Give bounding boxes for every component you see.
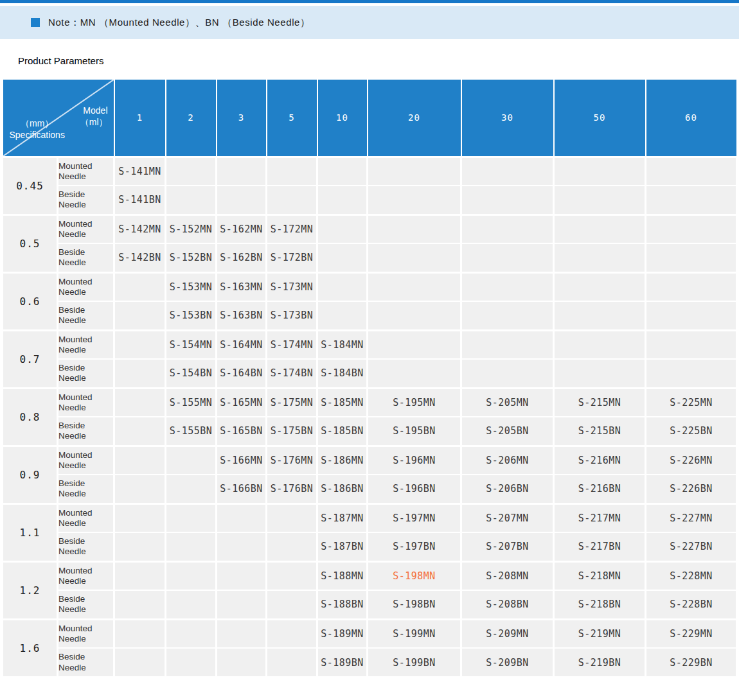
corner-header-cell: Model （ml） （mm） Specifications bbox=[3, 80, 114, 157]
model-cell-S-142MN: S-142MN bbox=[114, 214, 166, 243]
model-cell-S-162BN: S-162BN bbox=[217, 243, 267, 272]
needle-type-beside: Beside Needle bbox=[58, 301, 114, 330]
model-cell-S-154MN: S-154MN bbox=[166, 330, 217, 359]
empty-cell bbox=[461, 272, 554, 301]
model-cell-S-141BN: S-141BN bbox=[114, 186, 166, 214]
model-cell-S-229MN: S-229MN bbox=[646, 619, 737, 648]
empty-cell bbox=[114, 590, 166, 619]
empty-cell bbox=[554, 330, 646, 359]
empty-cell bbox=[114, 359, 166, 388]
model-cell-S-185MN: S-185MN bbox=[317, 388, 368, 417]
model-cell-S-152MN: S-152MN bbox=[166, 214, 217, 243]
model-cell-S-163MN: S-163MN bbox=[217, 272, 267, 301]
model-cell-S-218MN: S-218MN bbox=[554, 561, 646, 590]
empty-cell bbox=[217, 648, 267, 677]
empty-cell bbox=[114, 475, 166, 503]
empty-cell bbox=[267, 561, 317, 590]
empty-cell bbox=[166, 619, 217, 648]
empty-cell bbox=[267, 503, 317, 532]
empty-cell bbox=[317, 243, 368, 272]
needle-type-beside: Beside Needle bbox=[58, 475, 114, 503]
row-0.45-beside-needle: Beside NeedleS-141BN bbox=[3, 186, 737, 214]
model-cell-S-226BN: S-226BN bbox=[646, 475, 737, 503]
model-cell-S-208MN: S-208MN bbox=[461, 561, 554, 590]
empty-cell bbox=[114, 301, 166, 330]
model-label: Model bbox=[83, 105, 107, 116]
empty-cell bbox=[317, 214, 368, 243]
empty-cell bbox=[461, 214, 554, 243]
model-cell-S-228MN: S-228MN bbox=[646, 561, 737, 590]
empty-cell bbox=[114, 330, 166, 359]
model-cell-S-155MN: S-155MN bbox=[166, 388, 217, 417]
spec-cell-1.6: 1.6 bbox=[3, 619, 58, 677]
empty-cell bbox=[166, 157, 217, 186]
model-unit: （ml） bbox=[80, 117, 108, 127]
empty-cell bbox=[368, 272, 461, 301]
row-0.45-mounted-needle: 0.45Mounted NeedleS-141MN bbox=[3, 157, 737, 186]
model-cell-S-226MN: S-226MN bbox=[646, 446, 737, 475]
model-cell-S-166BN: S-166BN bbox=[217, 475, 267, 503]
empty-cell bbox=[217, 590, 267, 619]
model-cell-S-176MN: S-176MN bbox=[267, 446, 317, 475]
empty-cell bbox=[317, 157, 368, 186]
model-cell-S-188BN: S-188BN bbox=[317, 590, 368, 619]
model-cell-S-163BN: S-163BN bbox=[217, 301, 267, 330]
top-divider-line bbox=[0, 0, 739, 3]
row-0.9-beside-needle: Beside NeedleS-166BNS-176BNS-186BNS-196B… bbox=[3, 475, 737, 503]
needle-type-mounted: Mounted Needle bbox=[58, 619, 114, 648]
column-header-3ml: 3 bbox=[217, 80, 267, 157]
model-cell-S-196MN: S-196MN bbox=[368, 446, 461, 475]
model-cell-S-225MN: S-225MN bbox=[646, 388, 737, 417]
empty-cell bbox=[554, 301, 646, 330]
model-cell-S-197BN: S-197BN bbox=[368, 532, 461, 561]
empty-cell bbox=[554, 157, 646, 186]
empty-cell bbox=[646, 359, 737, 388]
column-header-50ml: 50 bbox=[554, 80, 646, 157]
empty-cell bbox=[166, 561, 217, 590]
empty-cell bbox=[166, 186, 217, 214]
spec-cell-1.2: 1.2 bbox=[3, 561, 58, 619]
empty-cell bbox=[461, 301, 554, 330]
empty-cell bbox=[114, 532, 166, 561]
spec-cell-0.6: 0.6 bbox=[3, 272, 58, 330]
empty-cell bbox=[267, 619, 317, 648]
model-cell-S-209MN: S-209MN bbox=[461, 619, 554, 648]
model-cell-S-215BN: S-215BN bbox=[554, 417, 646, 446]
empty-cell bbox=[461, 359, 554, 388]
model-cell-S-152BN: S-152BN bbox=[166, 243, 217, 272]
needle-type-mounted: Mounted Needle bbox=[58, 272, 114, 301]
empty-cell bbox=[317, 301, 368, 330]
empty-cell bbox=[317, 186, 368, 214]
model-cell-S-142BN: S-142BN bbox=[114, 243, 166, 272]
spec-cell-0.5: 0.5 bbox=[3, 214, 58, 272]
row-1.6-mounted-needle: 1.6Mounted NeedleS-189MNS-199MNS-209MNS-… bbox=[3, 619, 737, 648]
model-cell-S-217MN: S-217MN bbox=[554, 503, 646, 532]
model-cell-S-198BN: S-198BN bbox=[368, 590, 461, 619]
empty-cell bbox=[114, 619, 166, 648]
model-cell-S-219BN: S-219BN bbox=[554, 648, 646, 677]
model-cell-S-229BN: S-229BN bbox=[646, 648, 737, 677]
model-cell-S-217BN: S-217BN bbox=[554, 532, 646, 561]
row-1.2-mounted-needle: 1.2Mounted NeedleS-188MNS-198MNS-208MNS-… bbox=[3, 561, 737, 590]
needle-type-mounted: Mounted Needle bbox=[58, 330, 114, 359]
row-0.8-beside-needle: Beside NeedleS-155BNS-165BNS-175BNS-185B… bbox=[3, 417, 737, 446]
needle-type-beside: Beside Needle bbox=[58, 359, 114, 388]
model-cell-S-216MN: S-216MN bbox=[554, 446, 646, 475]
needle-type-mounted: Mounted Needle bbox=[58, 388, 114, 417]
needle-type-mounted: Mounted Needle bbox=[58, 214, 114, 243]
note-banner: Note：MN （Mounted Needle）、BN （Beside Need… bbox=[0, 6, 739, 39]
empty-cell bbox=[461, 243, 554, 272]
empty-cell bbox=[166, 503, 217, 532]
model-cell-S-195BN: S-195BN bbox=[368, 417, 461, 446]
table-header-row: Model （ml） （mm） Specifications 123510203… bbox=[3, 80, 737, 157]
column-header-2ml: 2 bbox=[166, 80, 217, 157]
model-cell-S-172MN: S-172MN bbox=[267, 214, 317, 243]
empty-cell bbox=[166, 475, 217, 503]
section-title: Product Parameters bbox=[18, 55, 739, 66]
model-cell-S-164BN: S-164BN bbox=[217, 359, 267, 388]
model-cell-S-227MN: S-227MN bbox=[646, 503, 737, 532]
empty-cell bbox=[368, 157, 461, 186]
empty-cell bbox=[267, 648, 317, 677]
empty-cell bbox=[217, 157, 267, 186]
model-cell-S-166MN: S-166MN bbox=[217, 446, 267, 475]
